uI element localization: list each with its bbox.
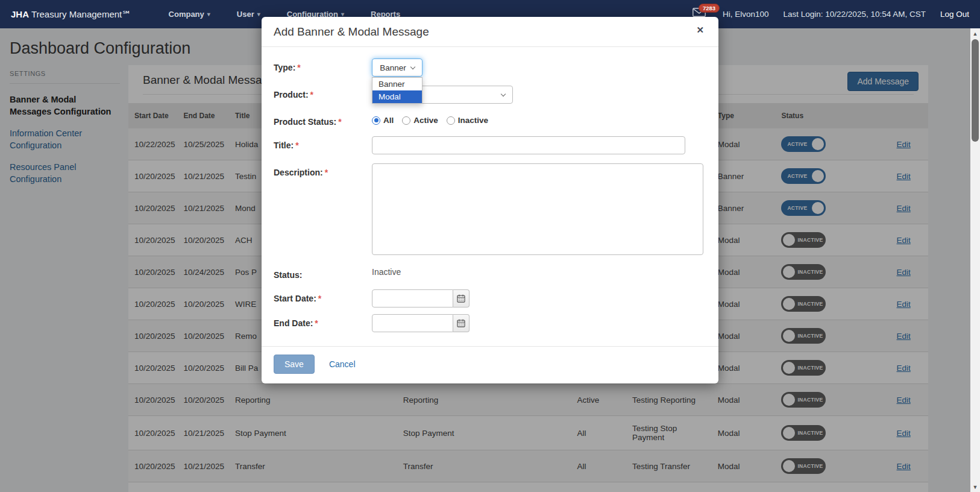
product-status-label: Product Status:*	[274, 115, 372, 127]
nav-item-label: User	[237, 10, 254, 19]
start-date-label: Start Date:*	[274, 289, 372, 303]
radio-inactive[interactable]: Inactive	[447, 116, 488, 125]
scrollbar-up-arrow[interactable]: ▲	[970, 28, 980, 39]
status-label: Status:	[274, 266, 372, 280]
radio-circle-icon	[447, 116, 455, 125]
chevron-down-icon: ▾	[207, 11, 210, 17]
save-button[interactable]: Save	[274, 355, 315, 374]
start-date-calendar-button[interactable]	[453, 289, 470, 308]
description-textarea[interactable]	[372, 163, 703, 255]
nav-item-label: Company	[169, 10, 204, 19]
title-input[interactable]	[372, 136, 685, 154]
scrollbar-track[interactable]: ▲ ▼	[970, 28, 980, 492]
end-date-input[interactable]	[372, 314, 453, 332]
radio-label: Inactive	[458, 116, 488, 125]
add-message-modal: Add Banner & Modal Message ✕ Type:* Bann…	[262, 17, 718, 383]
scrollbar-down-arrow[interactable]: ▼	[970, 482, 980, 492]
last-login: Last Login: 10/22/2025, 10:54 AM, CST	[784, 10, 926, 19]
logout-link[interactable]: Log Out	[940, 10, 969, 19]
end-date-label: End Date:*	[274, 314, 372, 328]
calendar-icon	[457, 319, 465, 327]
chevron-down-icon	[410, 64, 415, 69]
nav-item-company[interactable]: Company▾	[169, 10, 210, 19]
user-greeting: Hi, Elvon100	[723, 10, 769, 19]
radio-label: Active	[413, 116, 438, 125]
chevron-down-icon	[501, 91, 506, 96]
description-label: Description:*	[274, 163, 372, 177]
status-value: Inactive	[372, 266, 401, 277]
type-dropdown-list: BannerModal	[372, 77, 422, 104]
type-label: Type:*	[274, 58, 372, 72]
radio-all[interactable]: All	[372, 116, 394, 125]
type-option-banner[interactable]: Banner	[372, 78, 422, 90]
product-label: Product:*	[274, 86, 372, 99]
type-select[interactable]: Banner	[372, 58, 422, 77]
close-icon[interactable]: ✕	[696, 25, 704, 36]
title-label: Title:*	[274, 136, 372, 150]
start-date-input[interactable]	[372, 289, 453, 308]
scrollbar-thumb[interactable]	[972, 39, 979, 142]
brand-logo: JHA Treasury Management℠	[11, 9, 131, 20]
radio-active[interactable]: Active	[402, 116, 438, 125]
end-date-calendar-button[interactable]	[453, 314, 470, 332]
unread-count-badge: 7283	[699, 4, 720, 13]
nav-item-user[interactable]: User▾	[237, 10, 260, 19]
radio-circle-icon	[372, 116, 380, 125]
cancel-button[interactable]: Cancel	[329, 359, 356, 369]
calendar-icon	[457, 294, 465, 303]
radio-circle-icon	[402, 116, 410, 125]
product-status-radio-group: AllActiveInactive	[372, 115, 488, 125]
radio-label: All	[383, 116, 394, 125]
chevron-down-icon: ▾	[257, 11, 260, 17]
modal-title: Add Banner & Modal Message	[274, 25, 706, 39]
type-option-modal[interactable]: Modal	[372, 90, 422, 103]
